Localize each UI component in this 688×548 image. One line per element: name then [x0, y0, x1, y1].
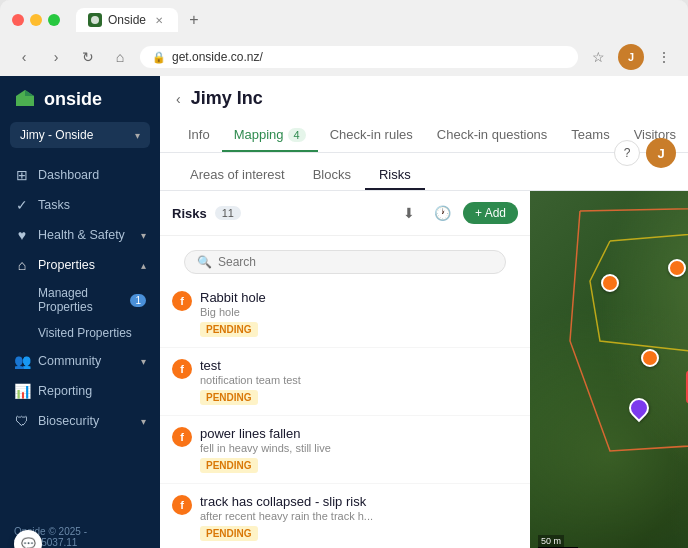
tab-info-label: Info — [188, 127, 210, 142]
risk-item-track-collapsed[interactable]: f track has collapsed - slip risk after … — [160, 484, 530, 548]
active-tab[interactable]: Onside ✕ — [76, 8, 178, 32]
map-area: NO GO AREA 1.3797 ha — [530, 191, 688, 548]
risk-desc: fell in heavy winds, still live — [200, 442, 518, 454]
risks-area: Risks 11 ⬇ 🕐 + Add 🔍 — [160, 191, 688, 548]
sidebar-item-label: Community — [38, 354, 133, 368]
back-button[interactable]: ‹ — [12, 45, 36, 69]
managed-properties-badge: 1 — [130, 294, 146, 307]
sidebar-item-community[interactable]: 👥 Community ▾ — [0, 346, 160, 376]
sidebar-item-managed-properties[interactable]: Managed Properties 1 — [0, 280, 160, 320]
sidebar-item-biosecurity[interactable]: 🛡 Biosecurity ▾ — [0, 406, 160, 436]
sub-tab-risks[interactable]: Risks — [365, 161, 425, 190]
sidebar-nav: ⊞ Dashboard ✓ Tasks ♥ Health & Safety ▾ … — [0, 156, 160, 518]
map-pin-1[interactable] — [601, 274, 619, 292]
user-avatar[interactable]: J — [646, 138, 676, 168]
risk-name: Rabbit hole — [200, 290, 518, 305]
sidebar-item-label: Reporting — [38, 384, 146, 398]
risk-status-badge: PENDING — [200, 322, 258, 337]
sidebar-item-dashboard[interactable]: ⊞ Dashboard — [0, 160, 160, 190]
reporting-icon: 📊 — [14, 383, 30, 399]
main-content: ? J ‹ Jimy Inc Info Mapping 4 Check-in r… — [160, 76, 688, 548]
org-dropdown-icon: ▾ — [135, 130, 140, 141]
risk-status-badge: PENDING — [200, 390, 258, 405]
risk-content: track has collapsed - slip risk after re… — [200, 494, 518, 541]
svg-point-0 — [91, 16, 99, 24]
mapping-count-badge: 4 — [288, 128, 306, 142]
app-container: onside Jimy - Onside ▾ ⊞ Dashboard ✓ Tas… — [0, 76, 688, 548]
sidebar-item-tasks[interactable]: ✓ Tasks — [0, 190, 160, 220]
risk-content: Rabbit hole Big hole PENDING — [200, 290, 518, 337]
browser-menu-button[interactable]: ⋮ — [652, 45, 676, 69]
risk-header: f test notification team test PENDING — [172, 358, 518, 405]
risk-status-badge: PENDING — [200, 526, 258, 541]
org-name: Jimy - Onside — [20, 128, 93, 142]
tab-check-in-rules[interactable]: Check-in rules — [318, 119, 425, 152]
url-text: get.onside.co.nz/ — [172, 50, 263, 64]
address-bar[interactable]: 🔒 get.onside.co.nz/ — [140, 46, 578, 68]
risk-icon: f — [172, 495, 192, 515]
tab-check-in-questions[interactable]: Check-in questions — [425, 119, 560, 152]
risks-list: f Rabbit hole Big hole PENDING — [160, 280, 530, 548]
risk-name: test — [200, 358, 518, 373]
biosecurity-icon: 🛡 — [14, 413, 30, 429]
sidebar-item-label: Tasks — [38, 198, 146, 212]
scale-text: 50 m — [538, 535, 564, 547]
close-traffic-light[interactable] — [12, 14, 24, 26]
managed-properties-label: Managed Properties — [38, 286, 130, 314]
tasks-icon: ✓ — [14, 197, 30, 213]
risks-toolbar: Risks 11 ⬇ 🕐 + Add — [160, 191, 530, 236]
tab-check-in-rules-label: Check-in rules — [330, 127, 413, 142]
properties-icon: ⌂ — [14, 257, 30, 273]
risk-header: f track has collapsed - slip risk after … — [172, 494, 518, 541]
tab-favicon — [88, 13, 102, 27]
sidebar: onside Jimy - Onside ▾ ⊞ Dashboard ✓ Tas… — [0, 76, 160, 548]
minimize-traffic-light[interactable] — [30, 14, 42, 26]
risk-name: track has collapsed - slip risk — [200, 494, 518, 509]
map-pin-8[interactable] — [641, 349, 659, 367]
sub-tab-blocks[interactable]: Blocks — [299, 161, 365, 190]
risk-item-test[interactable]: f test notification team test PENDING — [160, 348, 530, 416]
add-risk-button[interactable]: + Add — [463, 202, 518, 224]
risks-title: Risks — [172, 206, 207, 221]
onside-logo-icon — [14, 88, 36, 110]
risk-item-power-lines[interactable]: f power lines fallen fell in heavy winds… — [160, 416, 530, 484]
risk-icon: f — [172, 291, 192, 311]
risk-icon: f — [172, 359, 192, 379]
search-bar[interactable]: 🔍 — [184, 250, 506, 274]
sidebar-item-reporting[interactable]: 📊 Reporting — [0, 376, 160, 406]
org-selector[interactable]: Jimy - Onside ▾ — [10, 122, 150, 148]
refresh-button[interactable]: ↻ — [76, 45, 100, 69]
history-button[interactable]: 🕐 — [429, 199, 457, 227]
home-button[interactable]: ⌂ — [108, 45, 132, 69]
bookmark-button[interactable]: ☆ — [586, 45, 610, 69]
chevron-up-icon: ▴ — [141, 260, 146, 271]
sidebar-item-label: Dashboard — [38, 168, 146, 182]
fullscreen-traffic-light[interactable] — [48, 14, 60, 26]
traffic-lights — [12, 14, 60, 26]
risk-content: power lines fallen fell in heavy winds, … — [200, 426, 518, 473]
risks-panel: Risks 11 ⬇ 🕐 + Add 🔍 — [160, 191, 530, 548]
risk-desc: after recent heavy rain the track h... — [200, 510, 518, 522]
page-title: Jimy Inc — [191, 88, 263, 109]
sub-tab-aoi-label: Areas of interest — [190, 167, 285, 182]
svg-marker-2 — [25, 90, 34, 96]
sidebar-item-health-safety[interactable]: ♥ Health & Safety ▾ — [0, 220, 160, 250]
tab-info[interactable]: Info — [176, 119, 222, 152]
search-input[interactable] — [218, 255, 493, 269]
sidebar-item-properties[interactable]: ⌂ Properties ▴ — [0, 250, 160, 280]
new-tab-button[interactable]: + — [182, 8, 206, 32]
tab-mapping[interactable]: Mapping 4 — [222, 119, 318, 152]
forward-button[interactable]: › — [44, 45, 68, 69]
help-button[interactable]: ? — [614, 140, 640, 166]
sub-tab-areas-of-interest[interactable]: Areas of interest — [176, 161, 299, 190]
sidebar-item-visited-properties[interactable]: Visited Properties — [0, 320, 160, 346]
browser-profile-avatar[interactable]: J — [618, 44, 644, 70]
risk-item-rabbit-hole[interactable]: f Rabbit hole Big hole PENDING — [160, 280, 530, 348]
risk-status-badge: PENDING — [200, 458, 258, 473]
download-button[interactable]: ⬇ — [395, 199, 423, 227]
sub-tab-risks-label: Risks — [379, 167, 411, 182]
browser-tabs: Onside ✕ + — [76, 8, 676, 32]
back-button[interactable]: ‹ — [176, 91, 181, 107]
tab-close-button[interactable]: ✕ — [152, 13, 166, 27]
chevron-down-icon: ▾ — [141, 230, 146, 241]
